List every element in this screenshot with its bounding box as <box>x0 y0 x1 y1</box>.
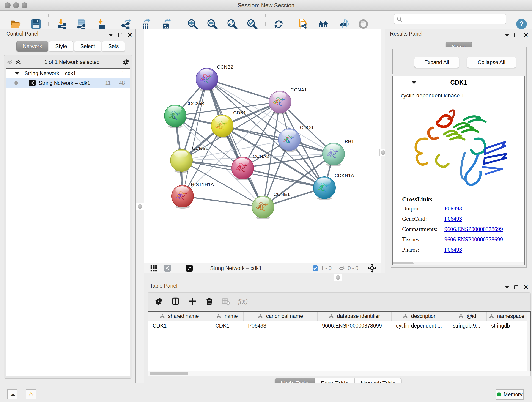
selected-checkbox-icon[interactable] <box>312 265 318 271</box>
collection-label: String Network – cdk1 <box>25 70 76 77</box>
control-panel-float-icon[interactable] <box>118 33 122 37</box>
open-session-icon[interactable] <box>9 18 22 31</box>
export-image-icon[interactable] <box>159 18 172 31</box>
first-neighbors-icon[interactable] <box>317 18 330 31</box>
compartments-link[interactable]: 9606.ENSP00000378699 <box>444 226 503 232</box>
warnings-button[interactable]: ⚠ <box>26 389 36 400</box>
divider-grip[interactable] <box>136 203 144 210</box>
refresh-layout-icon[interactable] <box>272 18 285 31</box>
create-column-plus-icon[interactable] <box>188 297 197 306</box>
function-builder-icon[interactable]: f(x) <box>238 298 248 305</box>
search-input[interactable] <box>394 14 506 24</box>
network-type-icon <box>29 80 36 86</box>
tab-select[interactable]: Select <box>74 41 101 51</box>
column-header[interactable]: description <box>392 312 448 321</box>
status-bar: ☁ ⚠ Memory <box>0 383 532 402</box>
column-header[interactable]: namespace <box>487 312 526 321</box>
help-icon[interactable]: ? <box>515 18 528 31</box>
network-label: String Network – cdk1 <box>39 80 90 86</box>
show-graphics-details-icon[interactable] <box>357 18 370 31</box>
control-panel-close-icon[interactable]: ✕ <box>127 32 132 38</box>
table-options-gear-icon[interactable] <box>154 297 163 306</box>
pharos-link[interactable]: P06493 <box>444 247 462 253</box>
genecard-link[interactable]: P06493 <box>444 216 462 222</box>
table-panel-close-icon[interactable]: ✕ <box>523 284 528 290</box>
divider-grip[interactable] <box>334 274 342 281</box>
cytoscape-window: Session: New Session <box>0 0 532 402</box>
column-header[interactable]: canonical name <box>244 312 317 321</box>
control-panel-menu-icon[interactable] <box>109 34 113 36</box>
window-title: Session: New Session <box>0 2 532 9</box>
table-panel-float-icon[interactable] <box>514 285 518 289</box>
uniprot-link[interactable]: P06493 <box>444 205 462 212</box>
cdk1-entry-header[interactable]: CDK1 <box>393 76 525 89</box>
tab-network[interactable]: Network <box>17 41 48 51</box>
main-toolbar: ? <box>0 11 532 29</box>
expand-all-icon[interactable] <box>15 59 22 65</box>
entry-description: cyclin-dependent kinase 1 <box>393 89 525 99</box>
delete-columns-trash-icon[interactable] <box>205 297 214 306</box>
table-panel-divider[interactable] <box>144 273 532 282</box>
zoom-in-icon[interactable] <box>186 18 199 31</box>
hidden-eye-icon[interactable] <box>338 265 345 272</box>
column-header[interactable]: name <box>211 312 244 321</box>
network-canvas[interactable]: CCNB2CCNA1CDC25BCDK1CDC6RB1CCNB1CCNA2CDK… <box>144 29 381 263</box>
column-header[interactable]: @id <box>448 312 487 321</box>
entry-expander-icon[interactable] <box>412 81 416 84</box>
results-panel-menu-icon[interactable] <box>505 34 509 36</box>
memory-button[interactable]: Memory <box>496 389 524 400</box>
scrollbar-thumb[interactable] <box>393 262 413 264</box>
results-scroll-area[interactable]: CDK1 cyclin-dependent kinase 1 <box>393 76 525 265</box>
import-network-icon[interactable] <box>56 18 69 31</box>
expand-all-button[interactable]: Expand All <box>414 57 459 68</box>
collapse-all-icon[interactable] <box>6 59 13 65</box>
zoom-fit-icon[interactable] <box>226 18 239 31</box>
control-panel-divider[interactable] <box>136 29 144 383</box>
current-network-name: String Network – cdk1 <box>210 265 262 271</box>
network-status-dot <box>14 81 18 85</box>
zoom-out-icon[interactable] <box>206 18 219 31</box>
tab-style[interactable]: Style <box>49 41 73 51</box>
tab-sets[interactable]: Sets <box>102 41 125 51</box>
network-edge-count: 48 <box>119 80 125 86</box>
results-panel-title: Results Panel <box>390 31 423 37</box>
results-panel-float-icon[interactable] <box>514 33 518 37</box>
network-share-icon[interactable] <box>164 265 171 272</box>
network-row-selected[interactable]: String Network – cdk1 11 48 <box>6 78 130 88</box>
table-vertical-scrollbar[interactable] <box>526 312 530 370</box>
tissues-link[interactable]: 9606.ENSP00000378699 <box>444 236 503 243</box>
clone-network-icon[interactable] <box>297 18 309 31</box>
results-panel-divider[interactable] <box>381 29 385 273</box>
scrollbar-thumb[interactable] <box>150 372 188 375</box>
results-horizontal-scrollbar[interactable] <box>393 262 525 265</box>
table-horizontal-scrollbar[interactable] <box>147 371 531 376</box>
import-table-icon[interactable] <box>95 18 108 31</box>
save-session-icon[interactable] <box>30 18 42 31</box>
table-row[interactable]: CDK1 CDK1 P06493 9606.ENSP00000378699 cy… <box>148 321 530 331</box>
string-network-graph[interactable]: CCNB2CCNA1CDC25BCDK1CDC6RB1CCNB1CCNA2CDK… <box>144 29 381 263</box>
results-panel-close-icon[interactable]: ✕ <box>523 32 528 38</box>
export-table-icon[interactable] <box>139 18 152 31</box>
toolbar-separator <box>114 13 114 26</box>
import-database-icon[interactable] <box>75 18 88 31</box>
svg-text:CDC6: CDC6 <box>300 125 313 130</box>
delete-table-icon[interactable] <box>222 297 230 306</box>
collection-expander-icon[interactable] <box>15 72 19 75</box>
collapse-all-button[interactable]: Collapse All <box>467 57 516 68</box>
network-options-gear-icon[interactable] <box>122 58 129 66</box>
cloud-tasks-button[interactable]: ☁ <box>7 389 17 400</box>
birds-eye-grid-icon[interactable] <box>150 264 158 272</box>
export-network-icon[interactable] <box>120 18 133 31</box>
hidden-node-edge-counts: 0 - 0 <box>348 265 358 271</box>
fit-content-crosshair-icon[interactable] <box>367 264 377 273</box>
column-header[interactable]: shared name <box>148 312 211 321</box>
network-collection-row[interactable]: String Network – cdk1 1 <box>6 69 130 78</box>
zoom-selected-icon[interactable] <box>246 18 259 31</box>
crosslink-label: GeneCard: <box>402 216 444 222</box>
svg-text:CDC25B: CDC25B <box>185 101 204 106</box>
show-columns-icon[interactable] <box>171 297 180 306</box>
open-external-icon[interactable] <box>186 265 193 272</box>
hide-selected-icon[interactable] <box>337 18 350 31</box>
column-header[interactable]: database identifier <box>317 312 392 321</box>
table-panel-menu-icon[interactable] <box>505 286 509 288</box>
